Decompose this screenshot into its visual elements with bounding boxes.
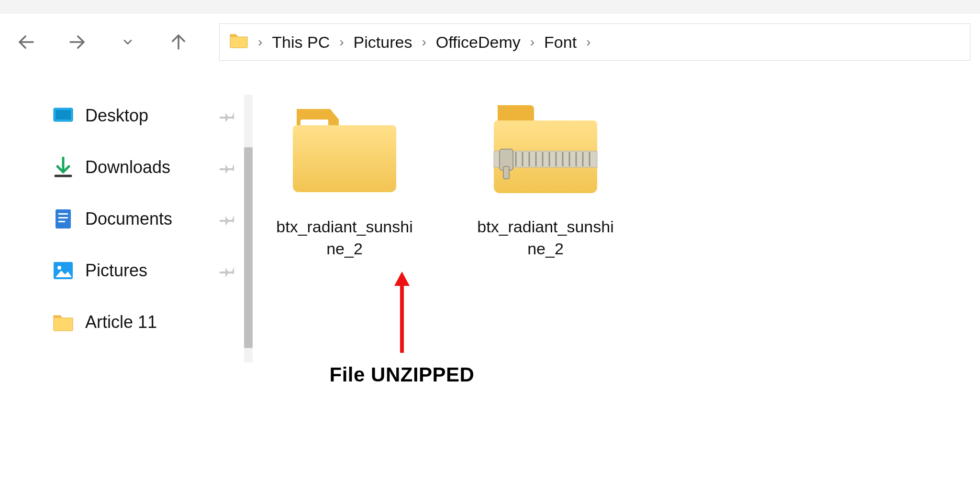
breadcrumb-segment[interactable]: This PC (272, 33, 330, 52)
breadcrumb-separator: › (419, 34, 429, 50)
svg-rect-30 (503, 166, 509, 179)
folder-icon (229, 32, 248, 53)
pin-icon (217, 104, 240, 127)
breadcrumb-segment[interactable]: Pictures (354, 33, 412, 52)
arrow-right-icon (67, 32, 87, 52)
recent-dropdown[interactable] (116, 30, 140, 54)
sidebar-item-label: Article 11 (85, 312, 157, 332)
item-label: btx_radiant_sunshine_2 (474, 216, 617, 260)
item-label: btx_radiant_sunshine_2 (273, 216, 416, 260)
sidebar-item-downloads[interactable]: Downloads (53, 142, 239, 193)
zip-folder-item[interactable]: btx_radiant_sunshine_2 (474, 95, 617, 260)
breadcrumb-separator: › (336, 34, 346, 50)
sidebar-item-label: Pictures (85, 261, 147, 281)
zip-folder-icon (483, 95, 608, 205)
forward-button[interactable] (65, 30, 89, 54)
back-button[interactable] (14, 30, 38, 54)
breadcrumb-segment[interactable]: OfficeDemy (436, 33, 521, 52)
svg-point-12 (57, 266, 61, 270)
svg-rect-8 (58, 213, 68, 215)
toolbar: › This PC › Pictures › OfficeDemy › Font… (0, 13, 980, 71)
sidebar-item-label: Desktop (85, 106, 148, 126)
annotation-label: File UNZIPPED (306, 363, 498, 386)
sidebar-item-pictures[interactable]: Pictures (53, 245, 239, 296)
main-area: Desktop Downloads Documents Pictures (0, 71, 980, 479)
up-button[interactable] (167, 30, 190, 54)
folder-icon (282, 95, 407, 205)
sidebar-item-label: Downloads (85, 157, 170, 177)
pin-icon (217, 259, 240, 282)
folder-icon (53, 312, 74, 333)
arrow-left-icon (16, 32, 36, 52)
sidebar-item-article-11[interactable]: Article 11 (53, 296, 239, 348)
sidebar-item-desktop[interactable]: Desktop (53, 90, 239, 142)
svg-rect-9 (58, 217, 68, 218)
item-grid: btx_radiant_sunshine_2 (273, 95, 980, 260)
breadcrumb-separator: › (255, 34, 265, 50)
svg-marker-32 (394, 272, 410, 286)
arrow-up-icon (168, 32, 189, 52)
folder-item[interactable]: btx_radiant_sunshine_2 (273, 95, 416, 260)
sidebar-item-documents[interactable]: Documents (53, 193, 239, 245)
address-bar[interactable]: › This PC › Pictures › OfficeDemy › Font… (219, 23, 970, 61)
navigation-pane: Desktop Downloads Documents Pictures (0, 71, 239, 479)
desktop-icon (53, 105, 74, 126)
chevron-down-icon (121, 35, 134, 49)
annotation: File UNZIPPED (306, 272, 498, 386)
breadcrumb-segment[interactable]: Font (544, 33, 577, 52)
downloads-icon (53, 157, 74, 178)
svg-rect-4 (56, 110, 71, 120)
nav-buttons (14, 30, 190, 54)
sidebar-item-label: Documents (85, 209, 172, 229)
breadcrumb-separator: › (527, 34, 537, 50)
pin-icon (217, 156, 240, 179)
svg-rect-7 (56, 209, 71, 229)
content-area[interactable]: btx_radiant_sunshine_2 (239, 71, 980, 479)
breadcrumb-separator: › (583, 34, 593, 50)
documents-icon (53, 208, 74, 229)
pin-icon (217, 207, 240, 230)
ribbon-gap (0, 0, 980, 13)
svg-rect-13 (301, 120, 328, 126)
svg-rect-10 (58, 221, 65, 222)
arrow-up-annotation-icon (392, 272, 412, 353)
pictures-icon (53, 260, 74, 281)
